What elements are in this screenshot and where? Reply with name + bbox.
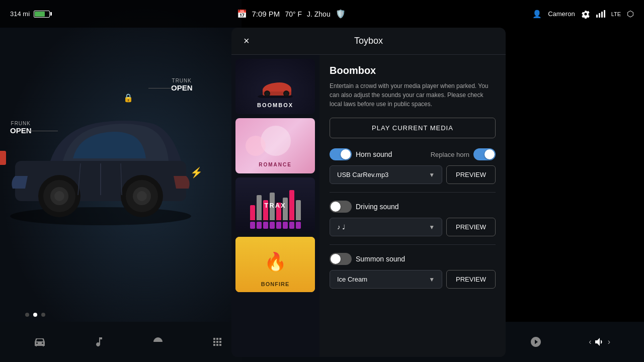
user-name-right: Cameron <box>548 10 575 18</box>
user-name: J. Zhou <box>307 10 331 18</box>
nav-steering-heat-icon[interactable] <box>530 336 542 348</box>
toybox-title: Toybox <box>354 36 383 46</box>
summon-toggle-group: Summon sound <box>330 253 405 265</box>
driving-sound-row: Driving sound ♪ ♩ ▼ PREVIEW <box>330 201 496 236</box>
thumbnail-bonfire[interactable]: 🔥 BONFIRE <box>235 237 315 292</box>
status-left: 314 mi <box>10 10 50 18</box>
driving-toggle-knob <box>331 202 341 212</box>
battery-icon <box>34 11 50 18</box>
horn-sound-value: USB CarRev.mp3 <box>337 171 388 178</box>
replace-horn-group: Replace horn <box>431 148 496 160</box>
summon-preview-button[interactable]: PREVIEW <box>446 270 496 289</box>
summon-dropdown-arrow: ▼ <box>429 276 435 283</box>
driving-toggle[interactable] <box>330 201 352 213</box>
horn-toggle-group: Horn sound <box>330 148 392 160</box>
red-marker <box>0 151 6 165</box>
horn-sound-header: Horn sound Replace horn <box>330 148 496 160</box>
lock-icon: 🔒 <box>123 93 133 103</box>
lte-label: LTE <box>611 11 621 17</box>
time-display: 7:09 PM <box>252 10 280 18</box>
driving-dropdown-arrow: ▼ <box>429 224 435 231</box>
vol-prev-button[interactable]: ‹ <box>589 337 591 346</box>
volume-controls: ‹ › <box>589 336 610 348</box>
summon-sound-value: Ice Cream <box>337 276 367 283</box>
summon-sound-row: Summon sound Ice Cream ▼ PREVIEW <box>330 253 496 289</box>
svg-point-0 <box>10 207 191 225</box>
nav-windshield-icon[interactable] <box>152 336 164 348</box>
divider-1 <box>330 192 496 193</box>
car-background: ⚡ TRUNK OPEN FRUNK OPEN 🔒 <box>0 0 242 362</box>
summon-toggle-knob <box>331 254 341 264</box>
battery-tip <box>50 12 52 16</box>
driving-controls: ♪ ♩ ▼ PREVIEW <box>330 218 496 236</box>
summon-sound-header: Summon sound <box>330 253 496 265</box>
horn-toggle[interactable] <box>330 148 352 160</box>
toybox-panel: × Toybox BOOMBOX <box>231 28 506 357</box>
nav-car-icon[interactable] <box>34 336 46 348</box>
trunk-status: TRUNK OPEN <box>171 78 193 92</box>
mileage-display: 314 mi <box>10 10 30 18</box>
nav-volume-icon[interactable] <box>594 336 606 348</box>
right-panel: Boombox Entertain a crowd with your medi… <box>319 55 506 357</box>
replace-horn-knob <box>485 149 495 159</box>
summon-label: Summon sound <box>356 255 405 263</box>
summon-sound-select[interactable]: Ice Cream ▼ <box>330 270 442 289</box>
close-button[interactable]: × <box>239 33 254 49</box>
toybox-content: BOOMBOX ROMANCE <box>231 55 506 357</box>
driving-sound-select[interactable]: ♪ ♩ ▼ <box>330 218 442 236</box>
horn-label: Horn sound <box>356 150 392 158</box>
trunk-line <box>148 88 174 88</box>
status-center: 📅 7:09 PM 70° F J. Zhou 🛡️ <box>50 9 532 19</box>
trax-label: TRAX <box>264 202 286 209</box>
driving-preview-button[interactable]: PREVIEW <box>446 218 496 236</box>
horn-sound-row: Horn sound Replace horn USB CarRev.mp3 ▼ <box>330 148 496 184</box>
svg-point-9 <box>137 191 147 201</box>
page-indicators <box>25 313 45 317</box>
section-title: Boombox <box>330 65 496 76</box>
dot-1 <box>25 313 29 317</box>
vol-next-button[interactable]: › <box>608 337 610 346</box>
nav-apps-icon[interactable] <box>211 336 223 348</box>
horn-sound-select[interactable]: USB CarRev.mp3 ▼ <box>330 165 442 184</box>
toybox-header: × Toybox <box>231 28 506 55</box>
thumbnail-romance[interactable]: ROMANCE <box>235 118 315 173</box>
settings-icon[interactable] <box>581 10 590 19</box>
svg-point-19 <box>284 92 288 96</box>
horn-preview-button[interactable]: PREVIEW <box>446 165 496 184</box>
replace-horn-toggle[interactable] <box>473 148 496 160</box>
driving-sound-header: Driving sound <box>330 201 496 213</box>
lte-signal <box>596 10 605 18</box>
horn-controls: USB CarRev.mp3 ▼ PREVIEW <box>330 165 496 184</box>
summon-toggle[interactable] <box>330 253 352 265</box>
romance-label: ROMANCE <box>259 162 292 167</box>
svg-point-17 <box>265 92 269 96</box>
svg-point-5 <box>54 191 64 201</box>
bonfire-icon: 🔥 <box>264 251 287 273</box>
person-icon: 👤 <box>532 10 542 19</box>
driving-label: Driving sound <box>356 203 399 211</box>
boombox-label: BOOMBOX <box>257 102 293 108</box>
frunk-line <box>28 131 58 131</box>
summon-controls: Ice Cream ▼ PREVIEW <box>330 270 496 289</box>
thumbnail-list: BOOMBOX ROMANCE <box>231 55 319 357</box>
bluetooth-icon: ⬡ <box>627 9 634 19</box>
dot-2 <box>33 313 37 317</box>
bonfire-label: BONFIRE <box>261 281 290 287</box>
status-right: 👤 Cameron LTE ⬡ <box>532 9 634 19</box>
thumbnail-boombox[interactable]: BOOMBOX <box>235 59 315 114</box>
status-bar: 314 mi 📅 7:09 PM 70° F J. Zhou 🛡️ 👤 Came… <box>0 0 644 28</box>
divider-2 <box>330 244 496 245</box>
boombox-car-svg <box>255 75 295 98</box>
battery-fill <box>35 12 45 17</box>
nav-music-icon[interactable] <box>93 336 105 348</box>
frunk-status: FRUNK OPEN <box>10 121 32 135</box>
replace-horn-label: Replace horn <box>431 151 469 158</box>
dot-3 <box>41 313 45 317</box>
section-description: Entertain a crowd with your media player… <box>330 81 496 109</box>
driving-toggle-group: Driving sound <box>330 201 399 213</box>
thumbnail-trax[interactable]: TRAX <box>235 177 315 233</box>
svg-text:⚡: ⚡ <box>190 166 203 178</box>
horn-dropdown-arrow: ▼ <box>429 171 435 178</box>
play-current-media-button[interactable]: PLAY CURRENT MEDIA <box>330 118 496 138</box>
horn-toggle-knob <box>341 149 351 159</box>
